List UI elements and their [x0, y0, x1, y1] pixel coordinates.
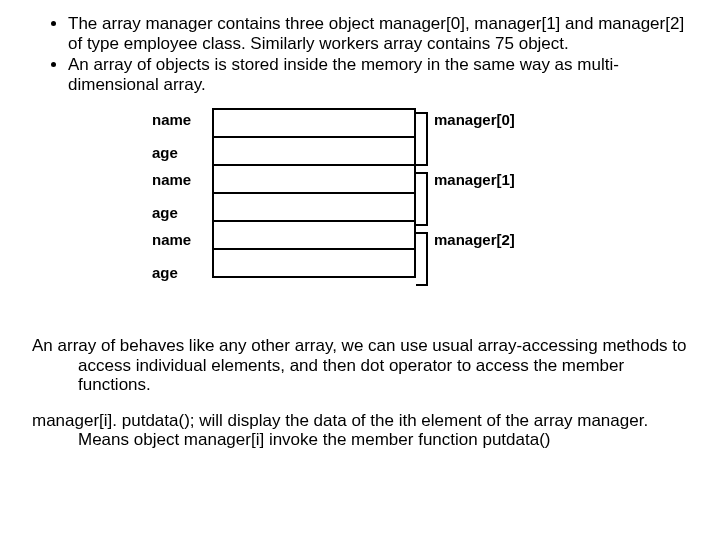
bullet-text: The array manager contains three object … [68, 14, 684, 53]
bullet-item: The array manager contains three object … [68, 14, 688, 55]
paragraph: An array of behaves like any other array… [32, 336, 688, 395]
bullet-text: An array of objects is stored inside the… [68, 55, 619, 94]
memory-stack [212, 108, 416, 278]
brace-bracket [416, 172, 428, 226]
memory-cell [214, 250, 414, 278]
field-label: age [152, 144, 208, 161]
memory-diagram: name age name age name age manager[0] ma… [152, 108, 652, 318]
memory-cell [214, 222, 414, 250]
field-label: name [152, 111, 208, 128]
bullet-list: The array manager contains three object … [32, 14, 688, 96]
index-label: manager[0] [434, 111, 515, 128]
memory-cell [214, 194, 414, 222]
field-label: age [152, 204, 208, 221]
index-label: manager[2] [434, 231, 515, 248]
field-label: age [152, 264, 208, 281]
field-label: name [152, 171, 208, 188]
bullet-item: An array of objects is stored inside the… [68, 55, 688, 96]
memory-cell [214, 138, 414, 166]
brace-bracket [416, 112, 428, 166]
memory-cell [214, 166, 414, 194]
paragraph: manager[i]. putdata(); will display the … [32, 411, 688, 450]
slide-page: The array manager contains three object … [0, 0, 720, 450]
brace-bracket [416, 232, 428, 286]
memory-cell [214, 110, 414, 138]
index-label: manager[1] [434, 171, 515, 188]
field-label: name [152, 231, 208, 248]
